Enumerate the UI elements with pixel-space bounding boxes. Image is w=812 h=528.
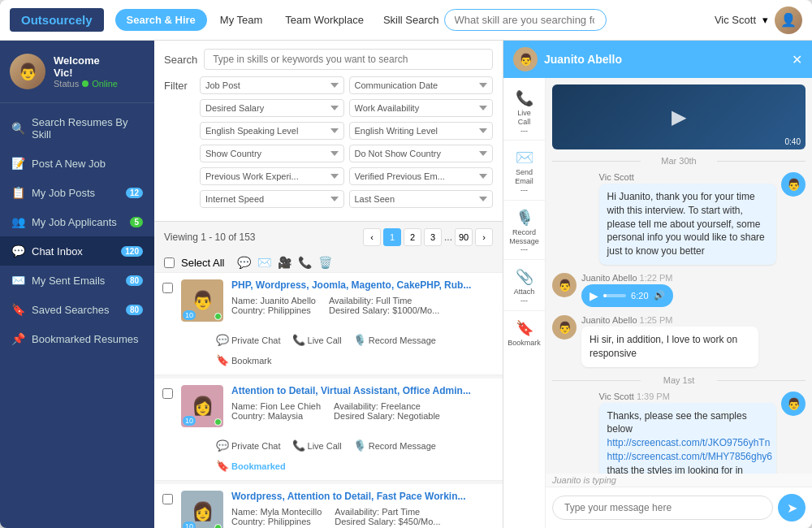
link-2[interactable]: http://screencast.com/t/MHY7856ghy6 xyxy=(607,450,768,464)
page-3-btn[interactable]: 3 xyxy=(424,228,442,246)
filter-english-writing[interactable]: English Writing Level xyxy=(349,122,494,140)
candidate-1-actions: 💬 Private Chat 📞 Live Call 🎙️ Record Mes… xyxy=(154,328,503,374)
candidate-2-actions: 💬 Private Chat 📞 Live Call 🎙️ Record Mes… xyxy=(154,434,503,480)
filter-row-2: Desired Salary Work Availability xyxy=(164,99,493,117)
video-play-icon[interactable]: ▶ xyxy=(672,106,686,128)
candidate-3-checkbox[interactable] xyxy=(162,494,173,504)
sidebar-item-chat-inbox[interactable]: 💬 Chat Inbox 120 xyxy=(0,236,154,266)
candidate-2-checkbox[interactable] xyxy=(162,388,173,399)
play-btn[interactable]: ▶ xyxy=(590,289,598,302)
team-workplace-nav-btn[interactable]: Team Workplace xyxy=(275,9,374,31)
search-input[interactable] xyxy=(204,49,493,70)
select-all-label: Select All xyxy=(181,257,224,269)
page-2-btn[interactable]: 2 xyxy=(404,228,421,246)
volume-icon[interactable]: 🔊 xyxy=(654,290,665,301)
filter-english-speaking[interactable]: English Speaking Level xyxy=(200,122,344,140)
filter-verified-prev[interactable]: Verified Previous Em... xyxy=(349,167,494,185)
candidate-1-name: Name: Juanito Abello xyxy=(231,296,316,305)
search-filter-area: Search Filter Job Post Communication Dat… xyxy=(154,41,503,222)
video-thumbnail[interactable]: ▶ 0:40 xyxy=(552,84,806,149)
filter-last-seen[interactable]: Last Seen xyxy=(349,190,494,208)
filter-show-country[interactable]: Show Country xyxy=(200,145,344,162)
bookmarked-icon: 🔖 xyxy=(216,460,229,472)
audio-progress-bar xyxy=(603,294,626,297)
user-name: Vic Scott xyxy=(715,14,756,26)
record-message-btn-2[interactable]: 🎙️ Record Message xyxy=(350,438,439,453)
chat-bookmark-btn[interactable]: 🔖 Bookmark xyxy=(503,314,545,353)
chat-live-call-btn[interactable]: 📞 LiveCall--- xyxy=(503,84,545,141)
post-job-icon: 📝 xyxy=(11,157,25,170)
sidebar-item-search-resumes[interactable]: 🔍 Search Resumes By Skill xyxy=(0,108,154,149)
link-1[interactable]: http://screencast.com/t/JKO9756yhTn xyxy=(607,436,768,450)
sidebar-item-sent-emails[interactable]: ✉️ My Sent Emails 80 xyxy=(0,266,154,295)
chat-panel: 👨 Juanito Abello ✕ 📞 LiveCall--- ✉️ Send… xyxy=(503,41,812,528)
bulk-delete-icon[interactable]: 🗑️ xyxy=(318,256,332,269)
select-all-row: Select All 💬 ✉️ 🎥 📞 🗑️ xyxy=(154,253,503,273)
candidate-2-photo: 👩 10 xyxy=(181,385,223,427)
table-row: 👩 10 Attention to Detail, Virtual Assist… xyxy=(154,379,503,481)
live-call-btn-1[interactable]: 📞 Live Call xyxy=(289,332,345,348)
candidate-3-country: Country: Philippines xyxy=(231,517,322,526)
sidebar-item-my-job-posts[interactable]: 📋 My Job Posts 12 xyxy=(0,178,154,207)
candidate-1-checkbox[interactable] xyxy=(162,283,173,293)
message-bubble: Hi sir, in addition, I love to work on r… xyxy=(581,327,758,367)
sidebar-item-saved-searches[interactable]: 🔖 Saved Searches 80 xyxy=(0,295,154,324)
chat-record-message-btn[interactable]: 🎙️ RecordMessage--- xyxy=(503,204,545,260)
bulk-email-icon[interactable]: ✉️ xyxy=(257,256,271,269)
bookmark-btn-1[interactable]: 🔖 Bookmark xyxy=(213,353,275,368)
sidebar-item-label: My Sent Emails xyxy=(32,275,105,287)
record-message-btn-1[interactable]: 🎙️ Record Message xyxy=(350,332,439,348)
filter-desired-salary[interactable]: Desired Salary xyxy=(200,99,344,117)
chat-send-email-btn[interactable]: ✉️ SendEmail--- xyxy=(503,144,545,200)
bulk-phone-icon[interactable]: 📞 xyxy=(298,256,312,269)
status-indicator: Status Online xyxy=(54,79,118,89)
send-message-btn[interactable]: ➤ xyxy=(778,494,806,522)
sent-emails-icon: ✉️ xyxy=(11,274,25,287)
page-1-btn[interactable]: 1 xyxy=(383,228,401,246)
filter-communication-date[interactable]: Communication Date xyxy=(349,76,494,94)
candidate-1-title[interactable]: PHP, Wordpress, Joomla, Magento, CakePHP… xyxy=(231,279,495,292)
search-label: Search xyxy=(164,54,197,66)
bookmark-icon: 🔖 xyxy=(216,354,229,366)
job-applicants-badge: 5 xyxy=(130,217,143,227)
chat-icon: 💬 xyxy=(216,439,229,452)
private-chat-btn-1[interactable]: 💬 Private Chat xyxy=(213,332,284,348)
live-call-btn-2[interactable]: 📞 Live Call xyxy=(289,438,345,453)
skill-search-input[interactable] xyxy=(444,9,607,31)
candidate-2-title[interactable]: Attention to Detail, Virtual Assistant, … xyxy=(231,385,495,398)
bulk-chat-icon[interactable]: 💬 xyxy=(237,256,251,269)
filter-job-post[interactable]: Job Post xyxy=(200,76,344,94)
filter-prev-work[interactable]: Previous Work Experi... xyxy=(200,167,344,185)
filter-row-3: English Speaking Level English Writing L… xyxy=(164,122,493,140)
bulk-video-icon[interactable]: 🎥 xyxy=(278,256,292,269)
candidate-3-title[interactable]: Wordpress, Attention to Detail, Fast Pac… xyxy=(231,491,495,504)
results-info: Viewing 1 - 10 of 153 ‹ 1 2 3 ... 90 › xyxy=(154,222,503,253)
sidebar-item-label: My Job Applicants xyxy=(32,216,117,228)
select-all-checkbox[interactable] xyxy=(164,258,175,268)
logo: Outsourcely xyxy=(10,8,104,32)
audio-player[interactable]: ▶ 6:20 🔊 xyxy=(581,284,673,307)
search-hire-nav-btn[interactable]: Search & Hire xyxy=(115,9,207,31)
filter-internet-speed[interactable]: Internet Speed xyxy=(200,190,344,208)
job-applicants-icon: 👥 xyxy=(11,215,25,228)
filter-row-6: Internet Speed Last Seen xyxy=(164,190,493,208)
message-row: 👨 Juanito Abello 1:25 PM Hi sir, in addi… xyxy=(552,315,806,367)
my-job-posts-icon: 📋 xyxy=(11,186,25,199)
page-90-btn[interactable]: 90 xyxy=(455,228,473,246)
sidebar-item-job-applicants[interactable]: 👥 My Job Applicants 5 xyxy=(0,207,154,236)
chat-close-btn[interactable]: ✕ xyxy=(792,52,802,67)
sidebar-item-bookmarked[interactable]: 📌 Bookmarked Resumes xyxy=(0,324,154,353)
filter-do-not-show-country[interactable]: Do Not Show Country xyxy=(349,145,494,162)
sidebar-item-post-job[interactable]: 📝 Post A New Job xyxy=(0,149,154,178)
page-prev-btn[interactable]: ‹ xyxy=(363,228,381,246)
my-team-nav-btn[interactable]: My Team xyxy=(210,9,273,31)
chat-attach-btn[interactable]: 📎 Attach--- xyxy=(503,263,545,311)
chat-input[interactable] xyxy=(552,496,773,520)
private-chat-btn-2[interactable]: 💬 Private Chat xyxy=(213,438,284,453)
page-next-btn[interactable]: › xyxy=(475,228,493,246)
filter-work-availability[interactable]: Work Availability xyxy=(349,99,494,117)
bookmarked-btn-2[interactable]: 🔖 Bookmarked xyxy=(213,458,289,474)
candidate-1-salary: Desired Salary: $1000/Mo... xyxy=(329,305,439,315)
bulk-action-icons: 💬 ✉️ 🎥 📞 🗑️ xyxy=(237,256,332,269)
chat-messages: ▶ 0:40 Mar 30th 👨 Vic Scott Hi Juanito, … xyxy=(546,78,812,474)
